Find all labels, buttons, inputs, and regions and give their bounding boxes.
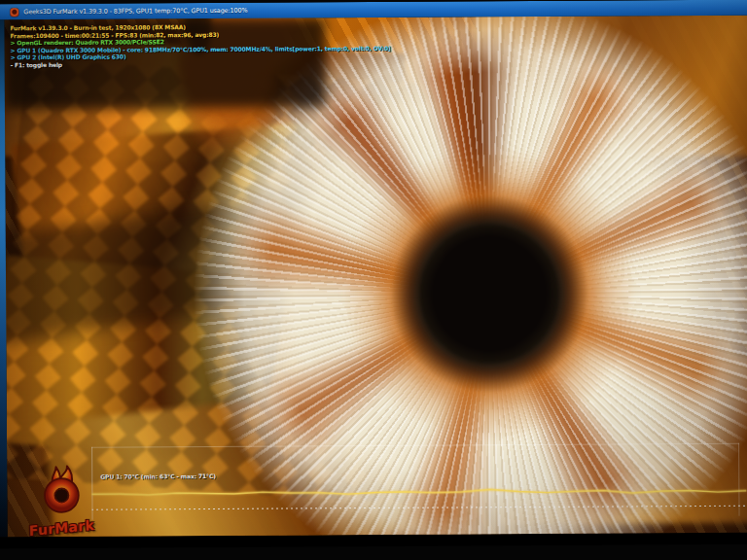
temp-polyline [91,488,746,497]
window-title: Geeks3D FurMark v1.39.3.0 - 83FPS, GPU1 … [23,7,247,16]
render-scene: FurMark v1.39.3.0 - Burn-in test, 1920x1… [4,16,747,538]
gpu-temp-label: GPU 1: 70°C (min: 63°C - max: 71°C) [100,472,216,480]
monitor-bezel: Geeks3D FurMark v1.39.3.0 - 83FPS, GPU1 … [0,0,747,560]
flame-ring-icon [34,464,89,514]
osd-overlay: FurMark v1.39.3.0 - Burn-in test, 1920x1… [10,22,390,69]
furmark-logo-text: FurMark [29,517,95,538]
furmark-logo: FurMark [17,464,106,538]
furmark-flame-icon [10,8,18,17]
screen: Geeks3D FurMark v1.39.3.0 - 83FPS, GPU1 … [0,0,747,548]
gpu-temp-graph: GPU 1: 70°C (min: 63°C - max: 71°C) [91,440,746,522]
